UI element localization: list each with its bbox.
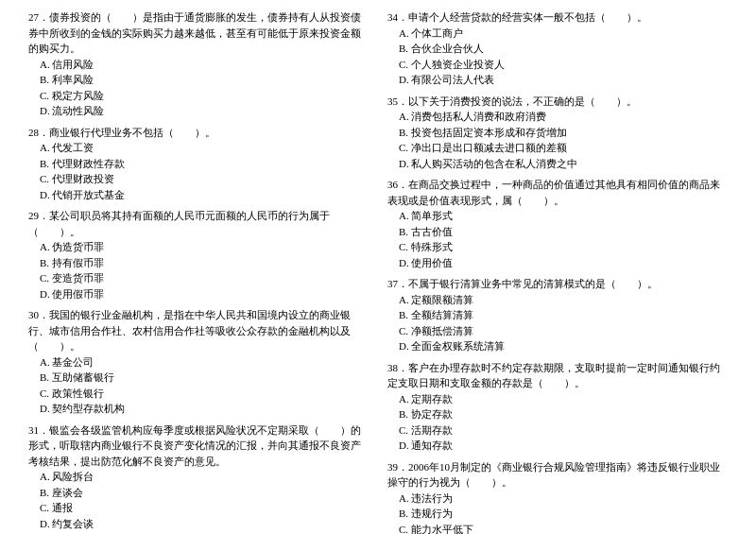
question-q34: 34．申请个人经营贷款的经营实体一般不包括（ ）。A. 个体工商户B. 合伙企业… bbox=[387, 9, 728, 88]
option-q35-1[interactable]: B. 投资包括固定资本形成和存货增加 bbox=[399, 125, 728, 141]
option-q28-0[interactable]: A. 代发工资 bbox=[40, 140, 369, 156]
option-q31-3[interactable]: D. 约复会谈 bbox=[40, 516, 369, 532]
question-text: 37．不属于银行清算业务中常见的清算模式的是（ ）。 bbox=[387, 276, 728, 292]
question-text: 38．客户在办理存款时不约定存款期限，支取时提前一定时间通知银行约定支取日期和支… bbox=[387, 360, 728, 391]
option-q38-2[interactable]: C. 活期存款 bbox=[399, 422, 728, 439]
option-q29-2[interactable]: C. 变造货币罪 bbox=[40, 270, 369, 286]
question-text: 30．我国的银行业金融机构，是指在中华人民共和国境内设立的商业银行、城市信用合作… bbox=[28, 307, 369, 354]
question-q35: 35．以下关于消费投资的说法，不正确的是（ ）。A. 消费包括私人消费和政府消费… bbox=[387, 94, 728, 172]
question-text: 35．以下关于消费投资的说法，不正确的是（ ）。 bbox=[387, 94, 728, 110]
option-q39-2[interactable]: C. 能力水平低下 bbox=[399, 522, 728, 535]
question-q39: 39．2006年10月制定的《商业银行合规风险管理指南》将违反银行业职业操守的行… bbox=[387, 459, 728, 535]
question-text: 27．债券投资的（ ）是指由于通货膨胀的发生，债券持有人从投资债券中所收到的金钱… bbox=[28, 9, 369, 57]
option-q34-0[interactable]: A. 个体工商户 bbox=[399, 26, 728, 42]
option-q31-2[interactable]: C. 通报 bbox=[40, 500, 369, 516]
option-q28-1[interactable]: B. 代理财政性存款 bbox=[40, 156, 369, 172]
option-q36-2[interactable]: C. 特殊形式 bbox=[399, 239, 728, 255]
question-text: 36．在商品交换过程中，一种商品的价值通过其他具有相同价值的商品来表现或是价值表… bbox=[387, 177, 728, 208]
option-q29-1[interactable]: B. 持有假币罪 bbox=[40, 255, 369, 271]
left-column: 27．债券投资的（ ）是指由于通货膨胀的发生，债券持有人从投资债券中所收到的金钱… bbox=[28, 9, 369, 534]
option-q35-0[interactable]: A. 消费包括私人消费和政府消费 bbox=[399, 109, 728, 125]
question-text: 34．申请个人经营贷款的经营实体一般不包括（ ）。 bbox=[387, 9, 728, 26]
option-q27-0[interactable]: A. 信用风险 bbox=[40, 57, 369, 73]
option-q38-1[interactable]: B. 协定存款 bbox=[399, 406, 728, 422]
option-q30-2[interactable]: C. 政策性银行 bbox=[40, 386, 369, 402]
option-q27-1[interactable]: B. 利率风险 bbox=[40, 72, 369, 88]
option-q35-3[interactable]: D. 私人购买活动的包含在私人消费之中 bbox=[399, 156, 728, 172]
question-q27: 27．债券投资的（ ）是指由于通货膨胀的发生，债券持有人从投资债券中所收到的金钱… bbox=[28, 9, 369, 119]
option-q30-1[interactable]: B. 互助储蓄银行 bbox=[40, 370, 369, 386]
question-q28: 28．商业银行代理业务不包括（ ）。A. 代发工资B. 代理财政性存款C. 代理… bbox=[28, 125, 369, 203]
question-text: 28．商业银行代理业务不包括（ ）。 bbox=[28, 125, 369, 141]
option-q36-1[interactable]: B. 古古价值 bbox=[399, 224, 728, 240]
option-q38-3[interactable]: D. 通知存款 bbox=[399, 438, 728, 454]
question-q29: 29．某公司职员将其持有面额的人民币元面额的人民币的行为属于（ ）。A. 伪造货… bbox=[28, 208, 369, 301]
option-q34-3[interactable]: D. 有限公司法人代表 bbox=[399, 72, 728, 88]
option-q37-1[interactable]: B. 全额结算清算 bbox=[399, 307, 728, 323]
option-q34-1[interactable]: B. 合伙企业合伙人 bbox=[399, 41, 728, 57]
option-q27-3[interactable]: D. 流动性风险 bbox=[40, 103, 369, 119]
question-q31: 31．银监会各级监管机构应每季度或根据风险状况不定期采取（ ）的形式，听取辖内商… bbox=[28, 422, 369, 532]
option-q31-1[interactable]: B. 座谈会 bbox=[40, 485, 369, 501]
question-q37: 37．不属于银行清算业务中常见的清算模式的是（ ）。A. 定额限额清算B. 全额… bbox=[387, 276, 728, 354]
option-q27-2[interactable]: C. 税定方风险 bbox=[40, 88, 369, 104]
question-text: 31．银监会各级监管机构应每季度或根据风险状况不定期采取（ ）的形式，听取辖内商… bbox=[28, 422, 369, 470]
option-q30-3[interactable]: D. 契约型存款机构 bbox=[40, 401, 369, 417]
option-q29-3[interactable]: D. 使用假币罪 bbox=[40, 286, 369, 302]
option-q39-1[interactable]: B. 违规行为 bbox=[399, 506, 728, 522]
option-q36-0[interactable]: A. 简单形式 bbox=[399, 208, 728, 224]
option-q34-2[interactable]: C. 个人独资企业投资人 bbox=[399, 57, 728, 73]
right-column: 34．申请个人经营贷款的经营实体一般不包括（ ）。A. 个体工商户B. 合伙企业… bbox=[387, 9, 728, 534]
option-q38-0[interactable]: A. 定期存款 bbox=[399, 391, 728, 407]
option-q28-3[interactable]: D. 代销开放式基金 bbox=[40, 187, 369, 203]
option-q28-2[interactable]: C. 代理财政投资 bbox=[40, 171, 369, 187]
option-q30-0[interactable]: A. 基金公司 bbox=[40, 354, 369, 370]
main-content: 27．债券投资的（ ）是指由于通货膨胀的发生，债券持有人从投资债券中所收到的金钱… bbox=[28, 9, 728, 534]
option-q37-3[interactable]: D. 全面金权账系统清算 bbox=[399, 338, 728, 354]
question-text: 39．2006年10月制定的《商业银行合规风险管理指南》将违反银行业职业操守的行… bbox=[387, 459, 728, 491]
option-q36-3[interactable]: D. 使用价值 bbox=[399, 255, 728, 271]
question-q38: 38．客户在办理存款时不约定存款期限，支取时提前一定时间通知银行约定支取日期和支… bbox=[387, 360, 728, 454]
option-q35-2[interactable]: C. 净出口是出口额减去进口额的差额 bbox=[399, 140, 728, 156]
option-q29-0[interactable]: A. 伪造货币罪 bbox=[40, 239, 369, 255]
question-text: 29．某公司职员将其持有面额的人民币元面额的人民币的行为属于（ ）。 bbox=[28, 208, 369, 239]
option-q39-0[interactable]: A. 违法行为 bbox=[399, 491, 728, 507]
question-q36: 36．在商品交换过程中，一种商品的价值通过其他具有相同价值的商品来表现或是价值表… bbox=[387, 177, 728, 270]
option-q37-2[interactable]: C. 净额抵偿清算 bbox=[399, 323, 728, 339]
question-q30: 30．我国的银行业金融机构，是指在中华人民共和国境内设立的商业银行、城市信用合作… bbox=[28, 307, 369, 417]
option-q37-0[interactable]: A. 定额限额清算 bbox=[399, 292, 728, 308]
option-q31-0[interactable]: A. 风险拆台 bbox=[40, 469, 369, 485]
